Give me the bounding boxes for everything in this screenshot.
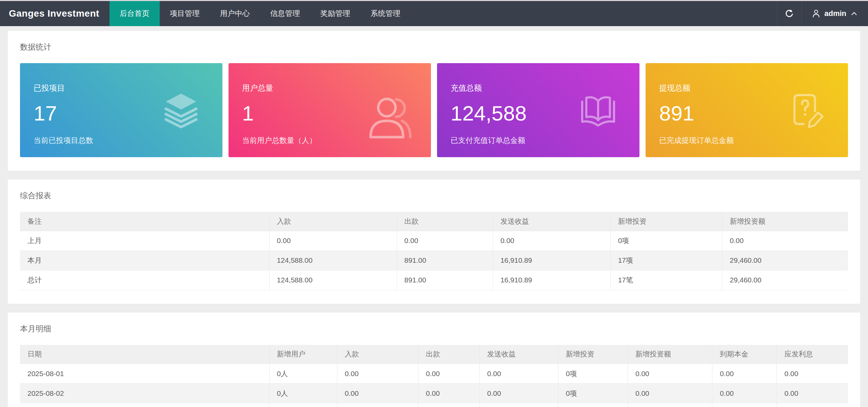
cell: 0.00 [479, 384, 558, 403]
refresh-button[interactable] [777, 1, 802, 26]
detail-col-deposit: 入款 [337, 345, 418, 364]
cell: 0人 [269, 364, 337, 384]
cell [418, 403, 480, 407]
report-col-withdraw: 出款 [397, 212, 493, 231]
stat-card-desc: 当前已投项目总数 [34, 135, 93, 146]
detail-section-title: 本月明细 [20, 323, 848, 334]
top-navbar: Ganges Investment 后台首页 项目管理 用户中心 信息管理 奖励… [0, 1, 868, 26]
report-col-remark: 备注 [20, 212, 269, 231]
stat-card-title: 用户总量 [242, 83, 417, 93]
detail-col-profit-sent: 发送收益 [479, 345, 558, 364]
cell: 124,588.00 [269, 270, 397, 290]
cell: 0人 [269, 384, 337, 403]
report-table: 备注 入款 出款 发送收益 新增投资 新增投资额 上月 0.00 0.00 0.… [20, 212, 848, 290]
cell: 29,460.00 [722, 270, 848, 290]
detail-col-withdraw: 出款 [418, 345, 480, 364]
cell: 124,588.00 [269, 251, 397, 270]
report-col-deposit: 入款 [269, 212, 397, 231]
stat-cards-row: 已投项目 17 当前已投项目总数 用户总量 1 当前用户总数量（人） [20, 63, 848, 157]
report-header-row: 备注 入款 出款 发送收益 新增投资 新增投资额 [20, 212, 848, 231]
cell: 891.00 [397, 270, 493, 290]
document-question-pencil-icon [788, 91, 826, 129]
cell: 0.00 [493, 231, 610, 251]
cell: 17笔 [610, 270, 722, 290]
cell: 0.00 [628, 364, 712, 384]
cell: 16,910.89 [493, 270, 610, 290]
report-row-total: 总计 124,588.00 891.00 16,910.89 17笔 29,46… [20, 270, 848, 290]
cell [558, 403, 628, 407]
stats-panel: 数据统计 已投项目 17 当前已投项目总数 用户总量 1 当前用户总数量（人） [8, 31, 860, 171]
nav-tab-home[interactable]: 后台首页 [110, 1, 160, 26]
cell: 0.00 [269, 231, 397, 251]
detail-header-row: 日期 新增用户 入款 出款 发送收益 新增投资 新增投资额 到期本金 应发利息 [20, 345, 848, 364]
cell: 0.00 [712, 364, 776, 384]
stat-card-invested-projects: 已投项目 17 当前已投项目总数 [20, 63, 222, 157]
cell: 2025-08-01 [20, 364, 269, 384]
cell [479, 403, 558, 407]
report-col-profit-sent: 发送收益 [493, 212, 610, 231]
cell: 0.00 [337, 384, 418, 403]
user-menu[interactable]: admin [802, 1, 868, 26]
nav-tabs: 后台首页 项目管理 用户中心 信息管理 奖励管理 系统管理 [110, 1, 411, 26]
cell: 0项 [610, 231, 722, 251]
cell [712, 403, 776, 407]
stat-card-total-withdraw: 提现总额 891 已完成提现订单总金额 [646, 63, 848, 157]
report-panel: 综合报表 备注 入款 出款 发送收益 新增投资 新增投资额 上月 0. [8, 180, 860, 304]
stat-card-desc: 当前用户总数量（人） [242, 135, 317, 146]
cell: 0.00 [479, 364, 558, 384]
report-row-last-month: 上月 0.00 0.00 0.00 0项 0.00 [20, 231, 848, 251]
layers-icon [162, 91, 200, 129]
cell: 0.00 [722, 231, 848, 251]
detail-row-0801: 2025-08-01 0人 0.00 0.00 0.00 0项 0.00 0.0… [20, 364, 848, 384]
nav-tab-users[interactable]: 用户中心 [210, 1, 260, 26]
report-section-title: 综合报表 [20, 190, 848, 201]
cell: 0.00 [777, 384, 848, 403]
cell [20, 403, 269, 407]
cell: 2025-08-02 [20, 384, 269, 403]
user-name: admin [824, 9, 846, 18]
cell: 总计 [20, 270, 269, 290]
detail-table: 日期 新增用户 入款 出款 发送收益 新增投资 新增投资额 到期本金 应发利息 … [20, 345, 848, 407]
detail-col-due-principal: 到期本金 [712, 345, 776, 364]
detail-panel: 本月明细 日期 新增用户 入款 出款 发送收益 新增投资 新增投资额 到期本金 … [8, 313, 860, 407]
chevron-up-icon [850, 9, 859, 18]
cell: 0.00 [397, 231, 493, 251]
report-col-new-invest-amount: 新增投资额 [722, 212, 848, 231]
cell [337, 403, 418, 407]
cell: 891.00 [397, 251, 493, 270]
refresh-icon [784, 8, 794, 19]
report-col-new-invest: 新增投资 [610, 212, 722, 231]
nav-tab-info[interactable]: 信息管理 [260, 1, 310, 26]
nav-tab-projects[interactable]: 项目管理 [160, 1, 210, 26]
cell: 0.00 [418, 384, 480, 403]
detail-col-interest-payable: 应发利息 [777, 345, 848, 364]
cell [777, 403, 848, 407]
detail-col-new-invest-amount: 新增投资额 [628, 345, 712, 364]
stat-card-total-recharge: 充值总额 124,588 已支付充值订单总金额 [437, 63, 639, 157]
cell [269, 403, 337, 407]
detail-col-date: 日期 [20, 345, 269, 364]
cell: 0.00 [777, 364, 848, 384]
user-icon [364, 92, 415, 143]
cell: 0项 [558, 364, 628, 384]
cell: 0.00 [337, 364, 418, 384]
open-book-icon [579, 91, 617, 129]
cell [628, 403, 712, 407]
cell: 0.00 [712, 384, 776, 403]
nav-tab-rewards[interactable]: 奖励管理 [310, 1, 360, 26]
stat-card-desc: 已完成提现订单总金额 [659, 135, 734, 146]
stat-card-desc: 已支付充值订单总金额 [451, 135, 525, 146]
cell: 29,460.00 [722, 251, 848, 270]
detail-row-0802: 2025-08-02 0人 0.00 0.00 0.00 0项 0.00 0.0… [20, 384, 848, 403]
stat-card-total-users: 用户总量 1 当前用户总数量（人） [229, 63, 431, 157]
detail-row-partial [20, 403, 848, 407]
stats-section-title: 数据统计 [20, 42, 848, 52]
detail-col-new-users: 新增用户 [269, 345, 337, 364]
cell: 0项 [558, 384, 628, 403]
nav-right-area: admin [777, 1, 868, 26]
cell: 17项 [610, 251, 722, 270]
brand-logo: Ganges Investment [0, 1, 110, 26]
detail-col-new-invest: 新增投资 [558, 345, 628, 364]
cell: 本月 [20, 251, 269, 270]
nav-tab-system[interactable]: 系统管理 [360, 1, 411, 26]
